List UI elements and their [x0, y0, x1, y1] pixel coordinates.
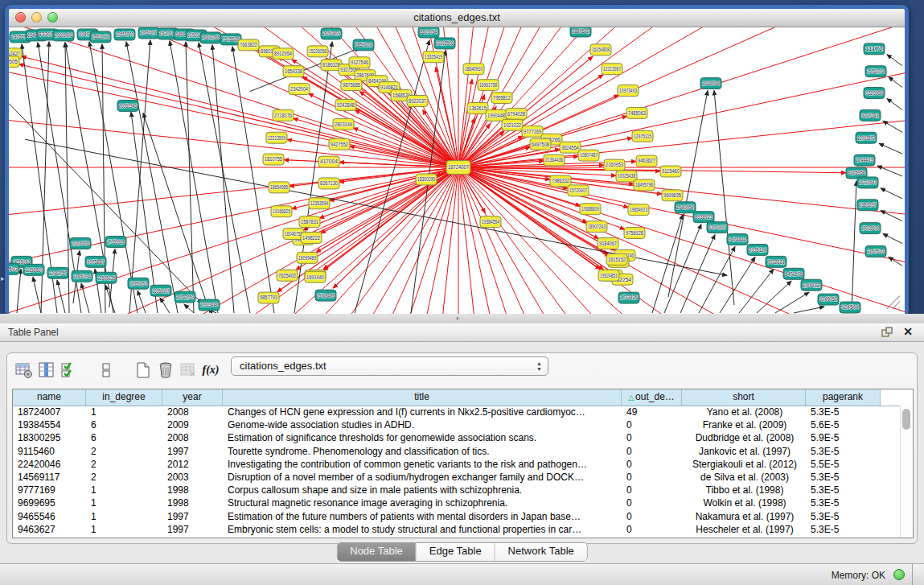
table-row[interactable]: 969969511998Structural magnetic resonanc…	[13, 496, 901, 509]
graph-node[interactable]: 17016504	[860, 223, 881, 234]
table-row[interactable]: 1872400712008Changes of HCN gene express…	[13, 406, 901, 418]
graph-node[interactable]: 7485063	[626, 107, 647, 118]
graph-node[interactable]: 1921022	[502, 119, 523, 130]
graph-node[interactable]: 1733426	[618, 292, 639, 303]
delete-column-button[interactable]	[155, 360, 176, 381]
graph-node[interactable]: 2160953	[604, 159, 625, 171]
graph-node[interactable]: 12093872	[856, 132, 877, 143]
graph-node[interactable]: 8938923	[693, 212, 714, 223]
column-header-out_de[interactable]: △out_de…	[622, 389, 682, 406]
graph-node[interactable]: 8912954	[273, 48, 294, 60]
graph-node[interactable]: 12213967	[602, 64, 622, 75]
graph-node[interactable]: 20206576	[70, 238, 91, 249]
graph-node[interactable]: 16053809	[321, 28, 342, 39]
float-window-icon[interactable]	[881, 327, 893, 338]
table-row[interactable]: 2242004622012Investigating the contribut…	[13, 458, 901, 471]
graph-node[interactable]: 16671355	[200, 32, 221, 43]
graph-node[interactable]: 9463627	[636, 155, 657, 167]
deselect-all-button[interactable]	[96, 360, 117, 381]
graph-node[interactable]: 16099489	[297, 252, 318, 263]
table-row[interactable]: 1938455462009Genome-wide association stu…	[13, 418, 901, 431]
graph-node[interactable]: 12213599	[266, 132, 287, 143]
table-row[interactable]: 1830029562008Estimation of significance …	[13, 431, 901, 444]
graph-node[interactable]: 6379197	[707, 222, 728, 233]
graph-node[interactable]: 2342004	[289, 84, 310, 95]
graph-node[interactable]: 7625402	[277, 270, 298, 281]
graph-node[interactable]: 15720407	[568, 185, 589, 196]
graph-node[interactable]: 1362615	[467, 102, 488, 113]
window-titlebar[interactable]: citations_edges.txt	[9, 9, 905, 27]
tab-node-table[interactable]: Node Table	[337, 543, 417, 561]
column-header-year[interactable]: year	[162, 389, 223, 406]
graph-node[interactable]: 6497508	[530, 138, 551, 150]
graph-node[interactable]: 1640954	[675, 202, 696, 213]
graph-node[interactable]: 991593	[9, 263, 19, 274]
graph-node[interactable]: 15226058	[307, 46, 328, 57]
graph-node[interactable]: 2935114	[747, 244, 768, 255]
graph-node[interactable]: 1691440	[305, 271, 326, 282]
table-row[interactable]: 977716911998Corpus callosum shape and si…	[13, 484, 901, 496]
graph-node[interactable]: 17957253	[128, 278, 149, 289]
graph-node[interactable]: 16210643	[857, 177, 878, 188]
graph-node[interactable]: 1244413	[854, 154, 875, 166]
graph-node[interactable]: 1654338	[283, 66, 304, 77]
graph-node[interactable]: 1498222	[301, 233, 322, 244]
function-builder-button[interactable]: f(x)	[200, 360, 221, 381]
graph-node[interactable]: 10654112	[801, 279, 822, 290]
graph-node[interactable]: 1653272	[90, 31, 111, 43]
graph-node[interactable]: 10653770	[114, 29, 135, 40]
table-mode-button[interactable]	[14, 360, 35, 381]
tab-network-table[interactable]: Network Table	[495, 543, 587, 561]
graph-node[interactable]: 6794028	[506, 108, 527, 119]
graph-node[interactable]: 8813054	[418, 27, 439, 38]
table-scrollbar[interactable]	[900, 406, 913, 538]
graph-node[interactable]: 17359928	[105, 237, 126, 248]
graph-node[interactable]: 19218506	[434, 38, 455, 49]
column-header-title[interactable]: title	[223, 389, 622, 406]
tab-edge-table[interactable]: Edge Table	[417, 543, 495, 561]
column-header-pagerank[interactable]: pagerank	[806, 389, 881, 406]
graph-node[interactable]: 11172	[864, 43, 885, 55]
graph-node[interactable]: 11156869	[23, 264, 44, 275]
graph-node[interactable]: 19524851	[598, 270, 619, 281]
table-row[interactable]: 946554611997Estimation of the future num…	[13, 510, 901, 523]
column-header-name[interactable]: name	[13, 389, 86, 406]
graph-node[interactable]: 10653277	[138, 27, 159, 39]
graph-node[interactable]: 9875685	[341, 80, 362, 91]
graph-node[interactable]: 1989297	[857, 200, 878, 211]
graph-node[interactable]: 9777169	[522, 126, 543, 137]
graph-node[interactable]: 12975115	[632, 130, 653, 142]
graph-node[interactable]: 1167533	[865, 245, 886, 257]
graph-node[interactable]: 8267130	[318, 178, 339, 189]
graph-node[interactable]: 20053346	[117, 100, 138, 111]
graph-node[interactable]: 2887682	[570, 27, 591, 37]
graph-node[interactable]: 12505135	[96, 272, 117, 283]
graph-node[interactable]: 19384554	[480, 216, 501, 228]
graph-node[interactable]: 18654985	[269, 182, 290, 193]
graph-node[interactable]: 9227341	[860, 109, 881, 121]
graph-node[interactable]: 9115460	[660, 166, 681, 177]
graph-node[interactable]: 7955812	[491, 93, 512, 104]
graph-node[interactable]: 19654923	[628, 204, 649, 216]
graph-node[interactable]: 9474444	[727, 234, 748, 245]
graph-node[interactable]: 18495798	[634, 179, 655, 191]
graph-node[interactable]: 10025438	[616, 171, 637, 182]
graph-node[interactable]: 9427552	[329, 138, 350, 150]
graph-node[interactable]: 16154808	[590, 44, 611, 56]
show-columns-button[interactable]	[36, 360, 57, 381]
citation-graph[interactable]: 2405572164833583307120691406904719316532…	[9, 27, 905, 314]
graph-node[interactable]: 12942757	[47, 267, 68, 278]
graph-node[interactable]: 1587831	[299, 216, 320, 228]
select-all-button[interactable]	[59, 360, 80, 381]
graph-node[interactable]: 12353594	[309, 198, 330, 209]
graph-node[interactable]: 417004	[318, 156, 339, 167]
graph-node[interactable]: 7986332	[550, 175, 571, 187]
graph-node[interactable]: 10688609	[580, 204, 601, 215]
graph-node[interactable]: 8471676	[783, 268, 804, 279]
graph-node[interactable]: 924504	[840, 302, 860, 313]
graph-node[interactable]: 1810755	[263, 154, 284, 165]
network-canvas[interactable]: 2405572164833583307120691406904719316532…	[9, 27, 905, 314]
graph-node[interactable]: 7857224	[353, 39, 374, 51]
graph-node[interactable]: 9699695	[662, 190, 683, 201]
table-row[interactable]: 911546021997Tourette syndrome. Phenomeno…	[13, 445, 901, 458]
